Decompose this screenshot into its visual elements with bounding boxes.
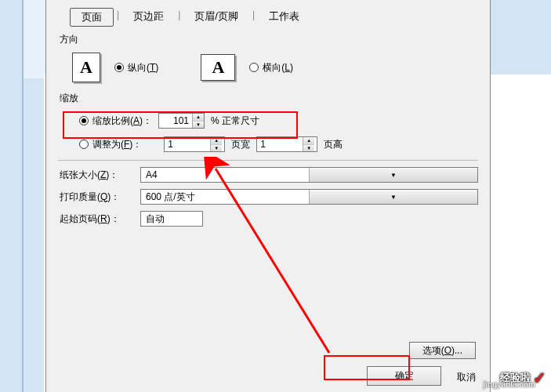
print-quality-row: 打印质量(Q)： 600 点/英寸 ▼: [60, 189, 478, 205]
spinner-down-icon[interactable]: ▼: [211, 145, 222, 152]
watermark-domain: jingyanla.com: [483, 380, 535, 389]
print-quality-label: 打印质量(Q)：: [60, 191, 134, 204]
pages-wide-spinner[interactable]: ▲ ▼: [164, 136, 225, 152]
dialog-tabs: 页面 | 页边距 | 页眉/页脚 | 工作表: [70, 8, 478, 27]
print-quality-value: 600 点/英寸: [141, 191, 309, 204]
pages-tall-label: 页高: [324, 138, 343, 151]
scale-percent-spinner[interactable]: ▲ ▼: [158, 113, 205, 129]
pages-wide-label: 页宽: [231, 138, 250, 151]
radio-icon: [249, 63, 259, 72]
radio-icon: [79, 116, 89, 125]
spinner-up-icon[interactable]: ▲: [303, 137, 314, 145]
orientation-group: A 纵向(T) A 横向(L): [72, 53, 478, 82]
watermark: 经验啦 ✓ jingyanla.com: [500, 368, 546, 387]
chevron-down-icon[interactable]: ▼: [309, 190, 477, 204]
spinner-down-icon[interactable]: ▼: [303, 145, 314, 152]
portrait-label: 纵向(T): [128, 61, 158, 74]
first-page-row: 起始页码(R)： 自动: [60, 211, 478, 227]
first-page-input[interactable]: 自动: [140, 211, 203, 227]
fit-to-label: 调整为(F)：: [92, 138, 142, 151]
pages-tall-input[interactable]: [257, 137, 303, 151]
radio-portrait[interactable]: 纵向(T): [114, 61, 158, 74]
radio-fit-to[interactable]: 调整为(F)：: [79, 138, 142, 151]
pages-tall-spinner[interactable]: ▲ ▼: [256, 136, 317, 152]
scale-percent-input[interactable]: [159, 114, 192, 128]
tab-margins[interactable]: 页边距: [122, 8, 175, 27]
radio-icon: [79, 140, 89, 149]
paper-size-dropdown[interactable]: A4 ▼: [140, 167, 478, 183]
paper-size-value: A4: [141, 169, 309, 180]
tab-header-footer[interactable]: 页眉/页脚: [183, 8, 249, 27]
landscape-icon: A: [201, 54, 235, 81]
ok-button[interactable]: 确定: [367, 366, 441, 386]
paper-size-row: 纸张大小(Z)： A4 ▼: [60, 167, 478, 183]
radio-icon: [114, 63, 124, 72]
page-setup-dialog: 页面 | 页边距 | 页眉/页脚 | 工作表 方向 A 纵向(T) A 横向(L…: [45, 0, 491, 392]
spinner-up-icon[interactable]: ▲: [193, 114, 204, 122]
pages-wide-input[interactable]: [165, 137, 210, 151]
paper-size-label: 纸张大小(Z)：: [60, 169, 134, 182]
landscape-label: 横向(L): [263, 61, 293, 74]
chevron-down-icon[interactable]: ▼: [309, 168, 477, 182]
cancel-button[interactable]: 取消: [457, 368, 476, 384]
scale-label: 缩放: [60, 92, 478, 105]
radio-adjust-to[interactable]: 缩放比例(A)：: [79, 114, 152, 128]
radio-landscape[interactable]: 横向(L): [249, 61, 293, 74]
tab-sheet[interactable]: 工作表: [258, 8, 310, 27]
first-page-label: 起始页码(R)：: [60, 212, 134, 226]
print-quality-dropdown[interactable]: 600 点/英寸 ▼: [140, 189, 478, 205]
spinner-down-icon[interactable]: ▼: [193, 122, 204, 129]
spinner-up-icon[interactable]: ▲: [211, 137, 222, 145]
tab-page[interactable]: 页面: [70, 8, 114, 27]
scale-adjust-row: 缩放比例(A)： ▲ ▼ % 正常尺寸: [79, 113, 478, 129]
options-button[interactable]: 选项(O)...: [409, 342, 476, 359]
orientation-label: 方向: [60, 33, 478, 46]
scale-fit-row: 调整为(F)： ▲ ▼ 页宽 ▲ ▼ 页高: [79, 136, 478, 152]
portrait-icon: A: [72, 53, 100, 82]
adjust-to-label: 缩放比例(A)：: [92, 114, 152, 128]
normal-size-label: % 正常尺寸: [211, 114, 259, 128]
